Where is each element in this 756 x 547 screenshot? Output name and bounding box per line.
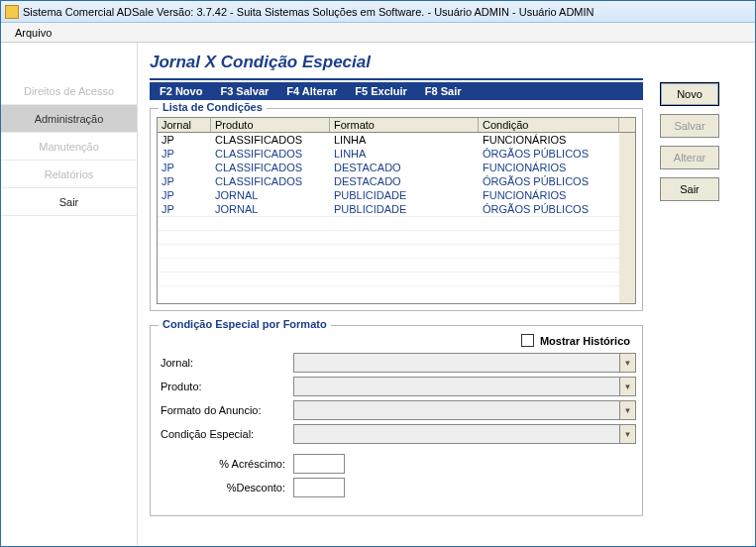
grid-cell: DESTACADO (330, 175, 479, 187)
shortcut-sair[interactable]: F8 Sair (425, 85, 462, 97)
grid-cell: ÓRGÃOS PÚBLICOS (479, 203, 619, 215)
mostrar-historico-label: Mostrar Histórico (540, 335, 630, 347)
table-row[interactable]: JPCLASSIFICADOSDESTACADOÓRGÃOS PÚBLICOS (158, 174, 619, 188)
grid-cell: JP (158, 134, 211, 146)
input-acrescimo[interactable] (293, 454, 345, 474)
shortcut-alterar[interactable]: F4 Alterar (286, 85, 337, 97)
label-acrescimo: % Acréscimo: (157, 458, 285, 470)
title-underline (150, 78, 643, 80)
col-produto[interactable]: Produto (211, 118, 330, 132)
col-jornal[interactable]: Jornal (158, 118, 211, 132)
grid-cell: JP (158, 148, 211, 160)
grid-cell: LINHA (330, 134, 479, 146)
combo-produto[interactable]: ▼ (293, 377, 636, 396)
grid-body[interactable]: JPCLASSIFICADOSLINHAFUNCIONÁRIOSJPCLASSI… (158, 133, 635, 303)
table-row[interactable]: JPJORNALPUBLICIDADEFUNCIONÁRIOS (158, 188, 619, 202)
sair-button[interactable]: Sair (660, 177, 719, 201)
grid-cell: CLASSIFICADOS (211, 162, 330, 173)
alterar-button[interactable]: Alterar (660, 146, 719, 169)
grid-header: Jornal Produto Formato Condição (158, 118, 635, 133)
shortcut-salvar[interactable]: F3 Salvar (220, 85, 269, 97)
shortcut-excluir[interactable]: F5 Excluir (355, 85, 407, 97)
action-buttons: Novo Salvar Alterar Sair (660, 82, 719, 201)
lista-condicoes-group: Lista de Condições Jornal Produto Format… (150, 108, 643, 311)
grid-cell: CLASSIFICADOS (211, 175, 330, 187)
grid-cell: PUBLICIDADE (330, 203, 479, 215)
grid-cell: JP (158, 189, 211, 201)
grid-cell: FUNCIONÁRIOS (479, 134, 619, 146)
table-row[interactable]: JPCLASSIFICADOSDESTACADOFUNCIONÁRIOS (158, 161, 619, 174)
col-condicao[interactable]: Condição (479, 118, 619, 132)
label-produto: Produto: (157, 381, 285, 392)
table-row[interactable]: JPCLASSIFICADOSLINHAFUNCIONÁRIOS (158, 133, 619, 147)
shortcut-novo[interactable]: F2 Novo (160, 85, 202, 97)
grid-cell: FUNCIONÁRIOS (479, 162, 619, 173)
table-row[interactable]: JPCLASSIFICADOSLINHAÓRGÃOS PÚBLICOS (158, 147, 619, 161)
grid-cell: CLASSIFICADOS (211, 148, 330, 160)
col-formato[interactable]: Formato (330, 118, 479, 132)
input-desconto[interactable] (293, 478, 345, 497)
label-desconto: %Desconto: (157, 482, 285, 493)
label-formato: Formato do Anuncio: (157, 404, 285, 416)
grid-cell: ÓRGÃOS PÚBLICOS (479, 148, 619, 160)
table-row[interactable]: JPJORNALPUBLICIDADEÓRGÃOS PÚBLICOS (158, 202, 619, 216)
chevron-down-icon[interactable]: ▼ (619, 354, 635, 372)
page-title: Jornal X Condição Especial (150, 53, 747, 72)
combo-condicao[interactable]: ▼ (293, 424, 636, 444)
window-title: Sistema Comercial ADSale Versão: 3.7.42 … (23, 6, 594, 18)
label-condicao: Condição Especial: (157, 428, 285, 440)
sidebar-item-direitos[interactable]: Direitos de Acesso (1, 77, 137, 105)
menubar: Arquivo (1, 23, 755, 43)
combo-jornal[interactable]: ▼ (293, 353, 636, 373)
form-group: Condição Especial por Formato Mostrar Hi… (150, 325, 643, 516)
menu-arquivo[interactable]: Arquivo (7, 25, 59, 41)
chevron-down-icon[interactable]: ▼ (619, 378, 635, 395)
form-legend: Condição Especial por Formato (159, 318, 331, 330)
conditions-grid[interactable]: Jornal Produto Formato Condição JPCLASSI… (157, 117, 636, 304)
lista-legend: Lista de Condições (159, 101, 267, 113)
mostrar-historico-checkbox[interactable] (521, 334, 534, 347)
grid-cell: DESTACADO (330, 162, 479, 173)
sidebar-item-manutencao[interactable]: Manutenção (1, 133, 137, 161)
grid-cell: JORNAL (211, 189, 330, 201)
sidebar-item-relatorios[interactable]: Relatórios (1, 161, 137, 188)
grid-cell: PUBLICIDADE (330, 189, 479, 201)
sidebar: Direitos de Acesso Administração Manuten… (1, 43, 138, 546)
grid-cell: JP (158, 175, 211, 187)
grid-cell: ÓRGÃOS PÚBLICOS (479, 175, 619, 187)
salvar-button[interactable]: Salvar (660, 114, 719, 138)
grid-cell: JP (158, 162, 211, 173)
label-jornal: Jornal: (157, 357, 285, 369)
grid-cell: FUNCIONÁRIOS (479, 189, 619, 201)
shortcut-bar: F2 Novo F3 Salvar F4 Alterar F5 Excluir … (150, 82, 643, 100)
chevron-down-icon[interactable]: ▼ (619, 425, 635, 443)
chevron-down-icon[interactable]: ▼ (619, 401, 635, 419)
grid-cell: JP (158, 203, 211, 215)
app-icon (5, 5, 19, 19)
grid-cell: JORNAL (211, 203, 330, 215)
grid-cell: CLASSIFICADOS (211, 134, 330, 146)
titlebar: Sistema Comercial ADSale Versão: 3.7.42 … (1, 1, 755, 23)
sidebar-item-administracao[interactable]: Administração (1, 105, 137, 133)
content-area: Jornal X Condição Especial F2 Novo F3 Sa… (138, 43, 755, 546)
combo-formato[interactable]: ▼ (293, 400, 636, 420)
grid-cell: LINHA (330, 148, 479, 160)
sidebar-item-sair[interactable]: Sair (1, 188, 137, 216)
novo-button[interactable]: Novo (660, 82, 719, 106)
